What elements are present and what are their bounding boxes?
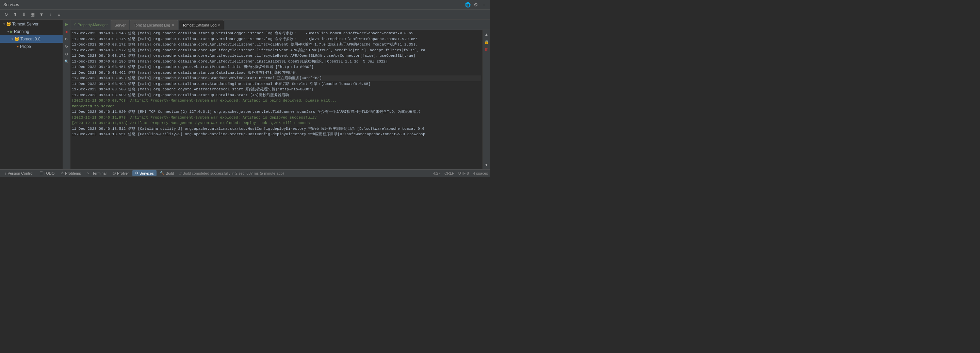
running-play-icon: ▶: [10, 30, 13, 34]
clear-log-btn[interactable]: 🗑: [484, 46, 490, 52]
tree-arrow-tomcat: ▼: [3, 23, 5, 26]
log-line: 11-Dec-2023 09:40:18.512 信息 [Catalina-ut…: [72, 126, 481, 132]
title-bar: Services 🌐 ⚙ −: [0, 0, 490, 9]
status-tab-terminal[interactable]: >_Terminal: [84, 171, 109, 176]
status-encoding: CRLF: [444, 171, 454, 175]
stb-stop-btn[interactable]: ■: [64, 28, 70, 35]
property-icon: ✦: [16, 45, 19, 49]
log-line: 11-Dec-2023 09:40:08.186 信息 [main] org.a…: [72, 59, 481, 65]
status-tab-services[interactable]: ⚙Services: [132, 170, 156, 176]
log-line: 11-Dec-2023 09:40:18.551 信息 [Catalina-ut…: [72, 131, 481, 137]
log-content[interactable]: 11-Dec-2023 09:40:08.146 信息 [main] org.a…: [70, 30, 482, 169]
tree-arrow-running: ▼: [7, 30, 10, 33]
tomcat9-icon: 🐱: [14, 37, 19, 41]
services-tree: ▼ 🐱 Tomcat Server ▼ ▶ Running ▼ 🐱 Tomcat…: [0, 20, 63, 169]
tab-localhost-close[interactable]: ✕: [172, 23, 174, 27]
log-line: Connected to server: [72, 104, 481, 109]
more-btn[interactable]: »: [55, 11, 63, 19]
status-indent: 4 spaces: [473, 171, 488, 175]
log-wrapper: 11-Dec-2023 09:40:08.146 信息 [main] org.a…: [70, 30, 490, 169]
status-tab-profiler[interactable]: ◎Profiler: [110, 170, 132, 176]
todo-label: TODO: [44, 171, 55, 175]
align-bottom-btn[interactable]: ⬇: [20, 11, 28, 19]
terminal-icon: >_: [87, 171, 92, 175]
log-line: 11-Dec-2023 09:40:11.920 信息 [RMI TCP Con…: [72, 109, 481, 115]
terminal-label: Terminal: [92, 171, 107, 175]
status-bar: ↑Version Control☰TODO⚠Problems>_Terminal…: [0, 169, 490, 177]
log-panel: ✓ Property-Manager Server Tomcat Localho…: [70, 20, 490, 169]
tab-catalina-log[interactable]: Tomcat Catalina Log ✕: [179, 20, 224, 30]
tab-localhost-label: Tomcat Localhost Log: [134, 23, 170, 27]
services-icon: ⚙: [135, 171, 138, 175]
log-right-bar: ▲ 🔒 🗑 ▼: [482, 30, 490, 169]
tomcat-server-label: Tomcat Server: [12, 22, 38, 27]
tab-localhost-log[interactable]: Tomcat Localhost Log ✕: [130, 20, 178, 30]
title-bar-controls: 🌐 ⚙ −: [465, 2, 487, 8]
stb-config-btn[interactable]: ⚙: [64, 51, 70, 57]
todo-icon: ☰: [40, 171, 43, 175]
log-line: 11-Dec-2023 09:40:08.172 信息 [main] org.a…: [72, 53, 481, 59]
status-charset: UTF-8: [458, 171, 469, 175]
status-time: 4:27: [433, 171, 440, 175]
tomcat9-label: Tomcat 9.0.: [21, 37, 41, 41]
gear-icon[interactable]: ⚙: [473, 2, 479, 8]
title-bar-title: Services: [3, 2, 19, 7]
running-label: Running: [14, 29, 29, 34]
main-area: ▼ 🐱 Tomcat Server ▼ ▶ Running ▼ 🐱 Tomcat…: [0, 20, 490, 169]
stb-search-btn[interactable]: 🔍: [64, 59, 70, 65]
status-tab-version-control[interactable]: ↑Version Control: [2, 171, 36, 176]
property-manager-label: Property-Manager: [78, 23, 108, 27]
log-line: 11-Dec-2023 09:40:08.172 信息 [main] org.a…: [72, 47, 481, 53]
status-tab-build[interactable]: 🔨Build: [157, 170, 177, 176]
tab-catalina-label: Tomcat Catalina Log: [182, 23, 216, 27]
property-manager-indicator: ✓ Property-Manager: [70, 20, 111, 30]
log-line: 11-Dec-2023 09:40:08.493 信息 [main] org.a…: [72, 75, 481, 81]
tab-catalina-close[interactable]: ✕: [218, 23, 221, 27]
log-line: 11-Dec-2023 09:40:08.493 信息 [main] org.a…: [72, 81, 481, 87]
version-control-label: Version Control: [8, 171, 33, 175]
tree-item-tomcat-server[interactable]: ▼ 🐱 Tomcat Server: [0, 21, 63, 28]
services-side-toolbar: ▶ ■ ⟳ ↻ ⚙ 🔍: [63, 20, 70, 169]
log-line: 11-Dec-2023 09:40:08.451 信息 [main] org.a…: [72, 64, 481, 70]
log-line: 11-Dec-2023 09:40:08.172 信息 [main] org.a…: [72, 42, 481, 47]
log-line: 11-Dec-2023 09:40:08.146 信息 [main] org.a…: [72, 30, 481, 36]
tree-item-tomcat9[interactable]: ▼ 🐱 Tomcat 9.0.: [0, 35, 63, 43]
tab-server-label: Server: [115, 23, 126, 27]
minimize-icon[interactable]: −: [481, 2, 487, 8]
status-right: 4:27 CRLF UTF-8 4 spaces: [433, 171, 488, 175]
profiler-label: Profiler: [117, 171, 129, 175]
services-panel: ▼ 🐱 Tomcat Server ▼ ▶ Running ▼ 🐱 Tomcat…: [0, 20, 63, 169]
scroll-lock-btn[interactable]: 🔒: [484, 39, 490, 45]
globe-icon[interactable]: 🌐: [465, 2, 470, 8]
status-tabs: ↑Version Control☰TODO⚠Problems>_Terminal…: [2, 170, 177, 176]
refresh-btn[interactable]: ↻: [2, 11, 10, 19]
align-top-btn[interactable]: ⬆: [11, 11, 19, 19]
stb-rebuild-btn[interactable]: ⟳: [64, 36, 70, 42]
filter-btn[interactable]: ▼: [37, 11, 46, 19]
build-label: Build: [166, 171, 174, 175]
problems-icon: ⚠: [60, 171, 64, 175]
tree-item-property[interactable]: ✦ Prope: [0, 43, 63, 50]
tabs-bar: ✓ Property-Manager Server Tomcat Localho…: [70, 20, 490, 30]
group-btn[interactable]: ▦: [29, 11, 37, 19]
scroll-up-btn[interactable]: ▲: [484, 31, 490, 37]
log-line: [2023-12-11 09:40:08,768] Artifact Prope…: [72, 98, 481, 104]
log-line: 11-Dec-2023 09:40:08.462 信息 [main] org.a…: [72, 70, 481, 76]
stb-deploy-btn[interactable]: ▶: [64, 21, 70, 27]
stb-update-btn[interactable]: ↻: [64, 43, 70, 50]
scroll-down-btn[interactable]: ▼: [484, 162, 490, 168]
version-control-icon: ↑: [5, 171, 7, 175]
status-tab-todo[interactable]: ☰TODO: [37, 170, 57, 176]
build-message: // Build completed successfully in 2 sec…: [179, 171, 284, 175]
log-line: [2023-12-11 09:40:11,973] Artifact Prope…: [72, 120, 481, 126]
tree-item-running[interactable]: ▼ ▶ Running: [0, 28, 63, 35]
log-line: [2023-12-11 09:40:11,973] Artifact Prope…: [72, 115, 481, 120]
tree-arrow-tomcat9: ▼: [11, 38, 14, 41]
tab-server[interactable]: Server: [111, 20, 129, 30]
services-label: Services: [140, 171, 154, 175]
property-label: Prope: [20, 44, 31, 49]
profiler-icon: ◎: [113, 171, 116, 175]
log-line: 11-Dec-2023 09:40:08.146 信息 [main] org.a…: [72, 36, 481, 42]
status-tab-problems[interactable]: ⚠Problems: [58, 170, 83, 176]
sort-btn[interactable]: ↕: [46, 11, 54, 19]
